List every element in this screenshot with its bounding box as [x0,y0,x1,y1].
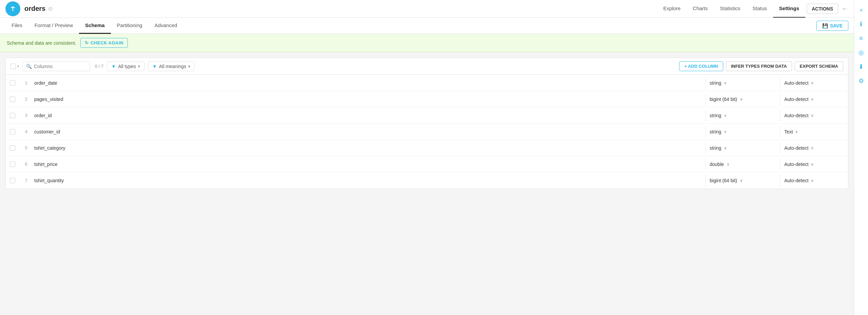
column-name: customer_id [33,126,706,138]
save-label: SAVE [830,23,843,28]
nav-status[interactable]: Status [746,0,773,18]
row-checkbox[interactable] [10,80,15,86]
row-checkbox[interactable] [10,162,15,167]
type-label: bigint (64 bit) [710,178,737,183]
nav-charts[interactable]: Charts [687,0,714,18]
meaning-chevron[interactable]: ∨ [795,129,798,134]
sidebar-add-icon[interactable]: ＋ [854,3,868,17]
row-checkbox-cell [6,142,19,154]
table-row: 3 order_id string ∨ Auto-detect ∨ [6,107,848,124]
nav-statistics[interactable]: Statistics [714,0,746,18]
filter-meanings-label: All meanings [159,64,186,69]
meaning-chevron[interactable]: ∨ [811,81,814,85]
sidebar-download-icon[interactable]: ⬇ [854,60,868,74]
top-nav: orders ⊙ Explore Charts Statistics Statu… [0,0,854,18]
filter-meanings-chevron: ▾ [188,64,190,69]
row-checkbox-cell [6,93,19,105]
type-chevron[interactable]: ∨ [724,146,727,150]
actions-button[interactable]: ACTIONS [807,4,838,14]
meaning-chevron[interactable]: ∨ [811,146,814,150]
add-column-button[interactable]: + ADD COLUMN [679,61,723,71]
column-meaning: Auto-detect ∨ [780,93,848,105]
main-content: Schema and data are consistent. ↻ CHECK … [0,34,854,189]
row-number: 2 [19,93,33,105]
sidebar-list-icon[interactable]: ≡ [854,31,868,45]
alert-message: Schema and data are consistent. [7,40,76,46]
select-all-checkbox[interactable] [11,64,16,69]
table-row: 7 tshirt_quantity bigint (64 bit) ∨ Auto… [6,172,848,189]
sidebar-settings-icon[interactable]: ⚙ [854,74,868,88]
row-checkbox-cell [6,158,19,170]
type-chevron[interactable]: ∨ [740,97,743,102]
meaning-chevron[interactable]: ∨ [811,162,814,167]
row-checkbox[interactable] [10,129,15,134]
meaning-chevron[interactable]: ∨ [811,113,814,118]
export-schema-button[interactable]: EXPORT SCHEMA [795,61,843,71]
save-button[interactable]: 💾 SAVE [816,21,848,31]
filter-types-icon: ▼ [111,64,116,69]
row-checkbox[interactable] [10,113,15,118]
type-chevron[interactable]: ∨ [740,178,743,183]
refresh-icon: ↻ [85,40,89,45]
type-label: double [710,162,724,167]
type-chevron[interactable]: ∨ [724,129,727,134]
column-search-input[interactable] [34,64,81,69]
column-meaning: Auto-detect ∨ [780,109,848,122]
row-checkbox[interactable] [10,178,15,183]
back-button[interactable]: ← [842,5,848,13]
row-number: 5 [19,142,33,154]
column-name: order_date [33,77,706,89]
logo-button[interactable] [5,1,20,16]
meaning-label: Auto-detect [784,80,809,86]
column-name: tshirt_category [33,142,706,154]
nav-settings[interactable]: Settings [773,0,805,18]
column-name: order_id [33,109,706,122]
right-sidebar: ＋ ℹ ≡ ◎ ⬇ ⚙ [854,0,868,194]
row-number: 3 [19,109,33,121]
nav-explore[interactable]: Explore [657,0,687,18]
row-checkbox-cell [6,109,19,122]
sidebar-chat-icon[interactable]: ◎ [854,45,868,60]
column-type: string ∨ [706,142,780,154]
meaning-label: Auto-detect [784,178,809,183]
column-meaning: Text ∨ [780,126,848,138]
tab-files[interactable]: Files [5,18,28,34]
filter-types-label: All types [118,64,136,69]
tab-advanced[interactable]: Advanced [149,18,183,34]
table-toolbar: ▾ 🔍 0 / 7 ▼ All types ▾ ▼ All meanings ▾… [5,58,848,75]
meaning-label: Auto-detect [784,162,809,167]
dataset-share-icon[interactable]: ⊙ [48,5,53,12]
column-name: tshirt_quantity [33,174,706,187]
infer-types-button[interactable]: INFER TYPES FROM DATA [726,61,792,71]
column-type: bigint (64 bit) ∨ [706,174,780,187]
table-row: 6 tshirt_price double ∨ Auto-detect ∨ [6,156,848,172]
tab-schema[interactable]: Schema [79,18,111,34]
meaning-label: Text [784,129,793,134]
type-chevron[interactable]: ∨ [727,162,730,167]
sidebar-info-icon[interactable]: ℹ [854,17,868,31]
row-number: 6 [19,158,33,170]
tab-partitioning[interactable]: Partitioning [111,18,149,34]
filter-types-button[interactable]: ▼ All types ▾ [107,62,144,71]
meaning-chevron[interactable]: ∨ [811,178,814,183]
row-number: 1 [19,77,33,89]
type-label: string [710,113,721,118]
filter-meanings-button[interactable]: ▼ All meanings ▾ [148,62,195,71]
column-type: bigint (64 bit) ∨ [706,93,780,105]
type-chevron[interactable]: ∨ [724,113,727,118]
check-again-button[interactable]: ↻ CHECK AGAIN [80,38,128,48]
nav-links: Explore Charts Statistics Status Setting… [657,0,805,18]
type-label: string [710,129,721,134]
column-name: tshirt_price [33,158,706,170]
meaning-label: Auto-detect [784,113,809,118]
row-checkbox[interactable] [10,145,15,151]
select-all-dropdown[interactable]: ▾ [17,64,19,68]
tab-format-preview[interactable]: Format / Preview [28,18,79,34]
meaning-label: Auto-detect [784,97,809,102]
row-checkbox[interactable] [10,97,15,102]
dataset-title: orders [24,5,45,13]
table-row: 2 pages_visited bigint (64 bit) ∨ Auto-d… [6,91,848,107]
column-type: double ∨ [706,158,780,170]
meaning-chevron[interactable]: ∨ [811,97,814,102]
type-chevron[interactable]: ∨ [724,81,727,85]
